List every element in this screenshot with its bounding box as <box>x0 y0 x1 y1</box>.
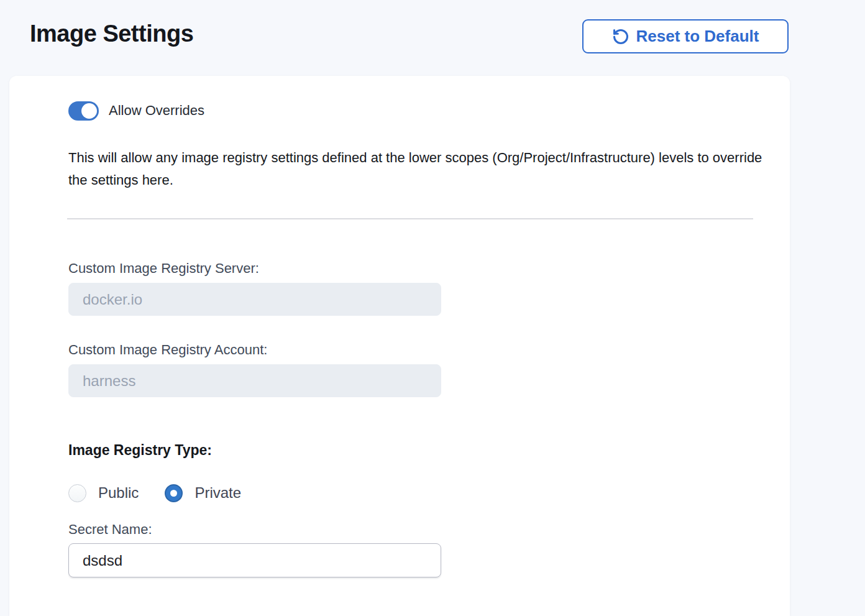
registry-type-radio-group: Public Private <box>68 484 790 502</box>
radio-option-public[interactable]: Public <box>68 484 139 502</box>
registry-type-label: Image Registry Type: <box>68 442 790 459</box>
registry-account-input <box>68 364 441 397</box>
reset-to-default-button[interactable]: Reset to Default <box>582 19 789 53</box>
public-radio-label: Public <box>98 484 139 502</box>
allow-overrides-row: Allow Overrides <box>68 101 790 121</box>
public-radio-button[interactable] <box>68 484 86 502</box>
private-radio-label: Private <box>195 484 241 502</box>
overrides-description: This will allow any image registry setti… <box>68 147 763 191</box>
private-radio-button[interactable] <box>165 484 183 502</box>
radio-option-private[interactable]: Private <box>165 484 241 502</box>
allow-overrides-label: Allow Overrides <box>109 103 204 119</box>
registry-account-label: Custom Image Registry Account: <box>68 342 790 358</box>
reset-icon <box>612 28 629 45</box>
image-settings-panel: Allow Overrides This will allow any imag… <box>9 76 790 616</box>
secret-name-input[interactable] <box>68 543 441 577</box>
page-title: Image Settings <box>30 21 193 47</box>
reset-button-label: Reset to Default <box>636 27 759 46</box>
secret-name-label: Secret Name: <box>68 522 790 538</box>
registry-server-input <box>68 283 441 316</box>
divider <box>67 218 753 219</box>
allow-overrides-toggle[interactable] <box>68 101 99 121</box>
toggle-knob <box>81 103 97 119</box>
registry-server-label: Custom Image Registry Server: <box>68 260 790 277</box>
